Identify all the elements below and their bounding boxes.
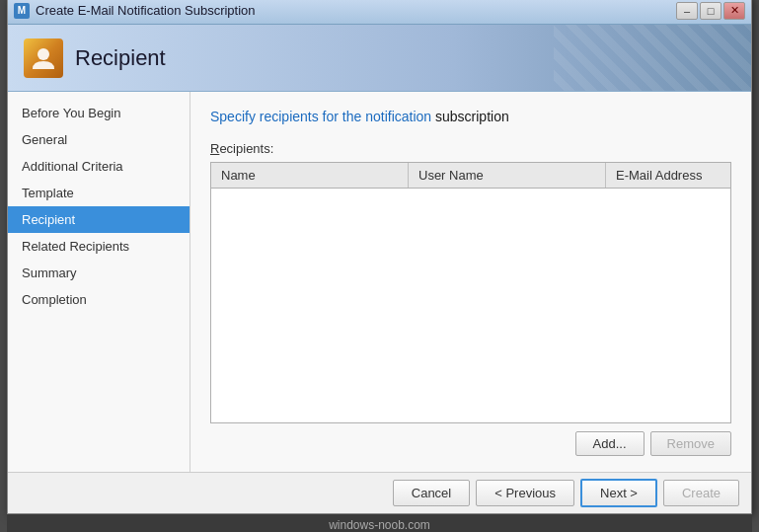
recipients-label-text: ecipients: <box>219 141 273 156</box>
close-button[interactable]: ✕ <box>723 2 745 20</box>
create-button[interactable]: Create <box>663 480 739 506</box>
svg-point-0 <box>38 48 49 60</box>
app-icon: M <box>14 3 30 19</box>
title-bar: M Create E-Mail Notification Subscriptio… <box>8 0 751 25</box>
next-button[interactable]: Next > <box>580 479 657 507</box>
recipients-label: Recipients: <box>210 141 731 156</box>
description-blue: Specify recipients for the notification <box>210 109 431 124</box>
table-header: Name User Name E-Mail Address <box>211 163 730 189</box>
sidebar-item-before-you-begin[interactable]: Before You Begin <box>8 100 190 126</box>
watermark: windows-noob.com <box>7 514 752 532</box>
window-title: Create E-Mail Notification Subscription <box>36 3 256 18</box>
sidebar-item-template[interactable]: Template <box>8 180 190 206</box>
maximize-button[interactable]: □ <box>700 2 721 20</box>
col-name: Name <box>211 163 409 188</box>
sidebar-item-summary[interactable]: Summary <box>8 260 190 286</box>
title-buttons: – □ ✕ <box>676 2 745 20</box>
title-bar-left: M Create E-Mail Notification Subscriptio… <box>14 3 256 19</box>
main-description: Specify recipients for the notification … <box>210 108 731 127</box>
sidebar-item-recipient[interactable]: Recipient <box>8 206 190 233</box>
sidebar-item-completion[interactable]: Completion <box>8 286 190 313</box>
recipients-table: Name User Name E-Mail Address <box>210 162 731 423</box>
previous-button[interactable]: < Previous <box>476 480 574 506</box>
header-title: Recipient <box>75 45 166 71</box>
header-icon <box>24 38 63 78</box>
header-band: Recipient <box>8 25 751 92</box>
recipients-label-underline: R <box>210 141 219 156</box>
table-buttons: Add... Remove <box>210 431 731 456</box>
sidebar-item-general[interactable]: General <box>8 126 190 153</box>
sidebar-item-additional-criteria[interactable]: Additional Criteria <box>8 153 190 180</box>
table-body <box>211 189 730 422</box>
minimize-button[interactable]: – <box>676 2 698 20</box>
col-email: E-Mail Address <box>606 163 730 188</box>
footer: Cancel < Previous Next > Create <box>8 472 751 513</box>
content-area: Before You BeginGeneralAdditional Criter… <box>8 92 751 472</box>
main-window: M Create E-Mail Notification Subscriptio… <box>7 0 752 514</box>
add-button[interactable]: Add... <box>575 431 645 456</box>
main-content: Specify recipients for the notification … <box>190 92 751 472</box>
sidebar: Before You BeginGeneralAdditional Criter… <box>8 92 190 472</box>
remove-button[interactable]: Remove <box>650 431 731 456</box>
col-username: User Name <box>409 163 606 188</box>
sidebar-item-related-recipients[interactable]: Related Recipients <box>8 233 190 260</box>
cancel-button[interactable]: Cancel <box>393 480 470 506</box>
description-black: subscription <box>431 109 509 124</box>
